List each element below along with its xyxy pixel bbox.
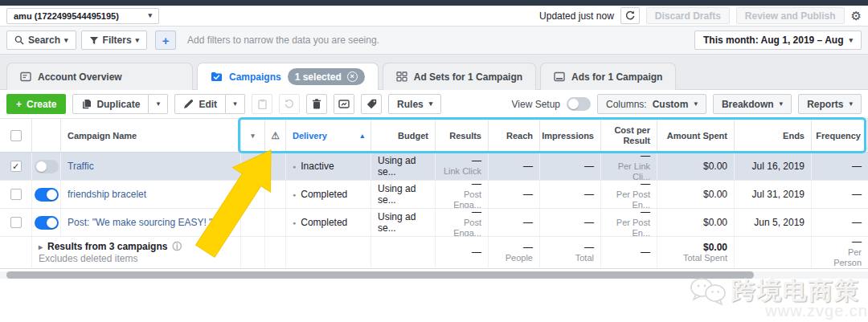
campaign-link[interactable]: Post: "We make sourcing EASY! " — [68, 217, 212, 228]
row-checkbox[interactable]: ✓ — [10, 189, 22, 200]
reach-cell: — — [489, 181, 540, 208]
account-selector[interactable]: amu (1722499544495195) ▾ — [6, 8, 159, 24]
tab-ad-sets[interactable]: Ad Sets for 1 Campaign — [383, 63, 536, 90]
summary-impressions: —Total — [540, 237, 601, 268]
filters-button[interactable]: Filters ▾ — [81, 31, 148, 50]
cost-per-result-cell: —Per Link Cli... — [601, 153, 657, 180]
review-and-publish-button[interactable]: Review and Publish — [736, 7, 845, 24]
status-dot-icon: ● — [293, 220, 296, 226]
trash-icon — [312, 99, 321, 109]
account-overview-icon — [20, 71, 31, 82]
edit-button[interactable]: Edit — [174, 94, 226, 114]
summary-reach: —People — [489, 237, 540, 268]
row-checkbox[interactable]: ✓ — [10, 217, 22, 228]
undo-circle-icon — [285, 99, 295, 109]
duplicate-split-button: Duplicate ▾ — [72, 94, 168, 114]
header-amount-spent[interactable]: Amount Spent — [657, 119, 735, 152]
refresh-icon — [624, 10, 635, 21]
breakdown-button[interactable]: Breakdown ▾ — [713, 94, 792, 114]
header-results[interactable]: Results — [436, 119, 489, 152]
header-reach[interactable]: Reach — [489, 119, 540, 152]
filter-funnel-icon — [89, 36, 99, 45]
duplicate-icon — [81, 99, 92, 109]
info-icon[interactable]: ⓘ — [172, 241, 182, 253]
budget-cell: Using ad se... — [371, 181, 436, 208]
campaign-link[interactable]: Traffic — [68, 161, 94, 172]
expand-icon[interactable]: ▸ — [39, 241, 43, 253]
results-cell: —Link Click — [436, 153, 489, 180]
ad-sets-grid-icon — [396, 71, 407, 82]
table-row[interactable]: ✓ Traffic ● Inactive Using ad se... —Lin… — [0, 153, 868, 181]
header-toggle-column — [32, 119, 61, 152]
header-budget[interactable]: Budget — [371, 119, 436, 152]
status-dot-icon: ● — [293, 164, 296, 169]
ends-cell: Jul 16, 2019 — [735, 153, 812, 180]
tabs-bar: Account Overview Campaigns 1 selected × … — [0, 55, 868, 90]
table-toolbar: + Create Duplicate ▾ Edit ▾ — [0, 90, 868, 118]
header-dropdown-column[interactable]: ▾ — [241, 119, 265, 152]
header-campaign-name[interactable]: Campaign Name — [61, 119, 241, 152]
row-toggle-cell — [32, 181, 61, 208]
ab-test-button[interactable] — [334, 94, 354, 114]
view-setup-toggle[interactable] — [567, 97, 591, 111]
amount-spent-cell: $0.00 — [657, 153, 735, 180]
edit-dropdown[interactable]: ▾ — [226, 94, 245, 114]
campaign-active-toggle[interactable] — [35, 188, 59, 202]
select-all-checkbox[interactable]: ✓ — [0, 119, 32, 152]
reach-cell: — — [489, 153, 540, 180]
campaign-active-toggle[interactable] — [35, 216, 59, 230]
search-icon — [14, 35, 24, 45]
paste-button[interactable] — [252, 94, 272, 114]
duplicate-dropdown[interactable]: ▾ — [149, 94, 168, 114]
row-toggle-cell — [32, 153, 61, 180]
sort-asc-icon: ▴ — [360, 132, 364, 140]
search-button[interactable]: Search ▾ — [6, 31, 76, 50]
frequency-cell: — — [812, 181, 868, 208]
amount-spent-cell: $0.00 — [657, 181, 735, 208]
add-filter-button[interactable]: + — [155, 31, 176, 50]
header-ends[interactable]: Ends — [735, 119, 812, 152]
revert-button[interactable] — [279, 94, 300, 114]
updated-status: Updated just now — [539, 10, 614, 22]
amount-spent-cell: $0.00 — [657, 209, 735, 236]
header-cost-per-result[interactable]: Cost per Result — [601, 119, 657, 152]
scrollbar-thumb[interactable] — [6, 271, 754, 279]
tab-account-overview[interactable]: Account Overview — [6, 63, 193, 90]
campaign-link[interactable]: friendship bracelet — [68, 189, 146, 200]
table-header-row: ✓ Campaign Name ▾ ⚠ Delivery▴ Budget Res… — [0, 118, 868, 153]
columns-button[interactable]: Columns: Custom ▾ — [597, 94, 706, 114]
date-range-selector[interactable]: This month: Aug 1, 2019 – Aug ▾ — [694, 31, 862, 50]
delete-button[interactable] — [306, 94, 327, 114]
header-frequency[interactable]: Frequency — [812, 119, 868, 152]
cost-per-result-cell: —Per Post En... — [601, 209, 657, 236]
header-issues-column[interactable]: ⚠ — [265, 119, 286, 152]
header-impressions[interactable]: Impressions — [540, 119, 601, 152]
tab-campaigns[interactable]: Campaigns 1 selected × — [197, 63, 379, 90]
table-row[interactable]: ✓ Post: "We make sourcing EASY! " ● Comp… — [0, 209, 868, 237]
status-dot-icon: ● — [293, 192, 296, 198]
campaign-active-toggle[interactable] — [35, 160, 59, 173]
table-row[interactable]: ✓ friendship bracelet ● Completed Using … — [0, 181, 868, 209]
frequency-cell: — — [812, 209, 868, 236]
row-checkbox[interactable]: ✓ — [10, 161, 22, 172]
tab-ads[interactable]: Ads for 1 Campaign — [540, 63, 676, 90]
refresh-button[interactable] — [620, 7, 640, 24]
create-button[interactable]: + Create — [6, 94, 66, 114]
ends-cell: Jun 5, 2019 — [735, 209, 812, 236]
rules-button[interactable]: Rules ▾ — [388, 94, 441, 114]
clear-selection-icon[interactable]: × — [347, 71, 358, 82]
delivery-cell: ● Inactive — [286, 153, 371, 180]
header-delivery[interactable]: Delivery▴ — [286, 119, 371, 152]
duplicate-button[interactable]: Duplicate — [72, 94, 149, 114]
row-checkbox-cell: ✓ — [0, 153, 32, 180]
edit-split-button: Edit ▾ — [174, 94, 245, 114]
discard-drafts-button[interactable]: Discard Drafts — [646, 7, 730, 24]
gear-icon[interactable]: ⚙ — [851, 10, 862, 22]
tag-button[interactable] — [361, 94, 382, 114]
reports-button[interactable]: Reports ▾ — [798, 94, 862, 114]
budget-cell: Using ad se... — [371, 153, 436, 180]
impressions-cell: — — [540, 153, 601, 180]
chevron-down-icon: ▾ — [148, 12, 152, 19]
cost-per-result-cell: —Per Post En... — [601, 181, 657, 208]
summary-ends — [735, 237, 812, 268]
